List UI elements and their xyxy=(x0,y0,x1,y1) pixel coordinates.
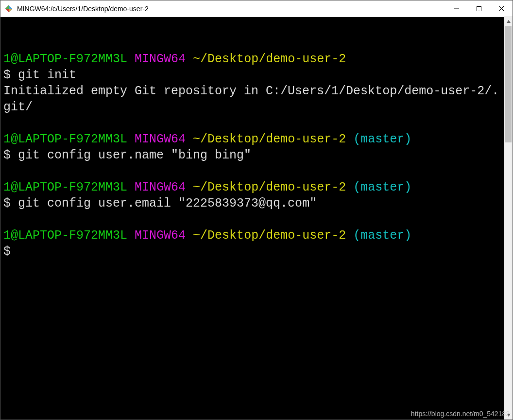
window-controls xyxy=(445,0,513,17)
prompt-symbol: $ xyxy=(3,245,11,259)
prompt-user-host: 1@LAPTOP-F972MM3L xyxy=(3,228,127,243)
prompt-symbol: $ xyxy=(3,196,11,210)
output-line: Initialized empty Git repository in C:/U… xyxy=(3,84,499,114)
prompt-branch: master xyxy=(360,132,404,146)
svg-marker-2 xyxy=(9,9,12,12)
prompt-path: ~/Desktop/demo-user-2 xyxy=(193,132,346,146)
prompt-path: ~/Desktop/demo-user-2 xyxy=(193,228,346,243)
command-git-init: git init xyxy=(18,68,76,82)
prompt-env: MINGW64 xyxy=(135,132,186,146)
prompt-path: ~/Desktop/demo-user-2 xyxy=(193,52,346,66)
app-icon xyxy=(4,4,13,13)
scroll-up-arrow[interactable] xyxy=(504,17,513,26)
prompt-env: MINGW64 xyxy=(135,52,186,66)
svg-marker-1 xyxy=(9,5,12,9)
branch-close: ) xyxy=(404,228,411,243)
branch-open: ( xyxy=(353,132,360,146)
prompt-user-host: 1@LAPTOP-F972MM3L xyxy=(3,180,127,194)
close-button[interactable] xyxy=(490,0,513,17)
prompt-path: ~/Desktop/demo-user-2 xyxy=(193,180,346,194)
command-git-config-name: git config user.name "bing bing" xyxy=(18,148,251,162)
prompt-user-host: 1@LAPTOP-F972MM3L xyxy=(3,52,127,66)
window-root: MINGW64:/c/Users/1/Desktop/demo-user-2 1… xyxy=(0,0,513,420)
svg-rect-6 xyxy=(477,6,481,11)
prompt-env: MINGW64 xyxy=(135,180,186,194)
prompt-user-host: 1@LAPTOP-F972MM3L xyxy=(3,132,127,146)
maximize-button[interactable] xyxy=(468,0,490,17)
minimize-button[interactable] xyxy=(445,0,468,17)
branch-close: ) xyxy=(404,180,411,194)
svg-marker-4 xyxy=(5,5,9,9)
content-area: 1@LAPTOP-F972MM3L MINGW64 ~/Desktop/demo… xyxy=(0,17,513,420)
vertical-scrollbar[interactable] xyxy=(504,17,513,420)
branch-close: ) xyxy=(404,132,411,146)
svg-marker-3 xyxy=(5,9,9,12)
terminal[interactable]: 1@LAPTOP-F972MM3L MINGW64 ~/Desktop/demo… xyxy=(0,17,504,420)
scroll-thumb[interactable] xyxy=(505,26,512,142)
branch-open: ( xyxy=(353,180,360,194)
watermark-text: https://blog.csdn.net/m0_542182 xyxy=(411,410,510,418)
prompt-env: MINGW64 xyxy=(135,228,186,243)
command-git-config-email: git config user.email "2225839373@qq.com… xyxy=(18,196,317,210)
branch-open: ( xyxy=(353,228,360,243)
prompt-branch: master xyxy=(360,228,404,243)
window-title: MINGW64:/c/Users/1/Desktop/demo-user-2 xyxy=(17,5,445,13)
prompt-symbol: $ xyxy=(3,148,11,162)
svg-marker-9 xyxy=(507,20,511,23)
scroll-track[interactable] xyxy=(504,26,513,411)
titlebar[interactable]: MINGW64:/c/Users/1/Desktop/demo-user-2 xyxy=(0,0,513,17)
prompt-symbol: $ xyxy=(3,68,11,82)
prompt-branch: master xyxy=(360,180,404,194)
blank-line xyxy=(3,36,11,50)
